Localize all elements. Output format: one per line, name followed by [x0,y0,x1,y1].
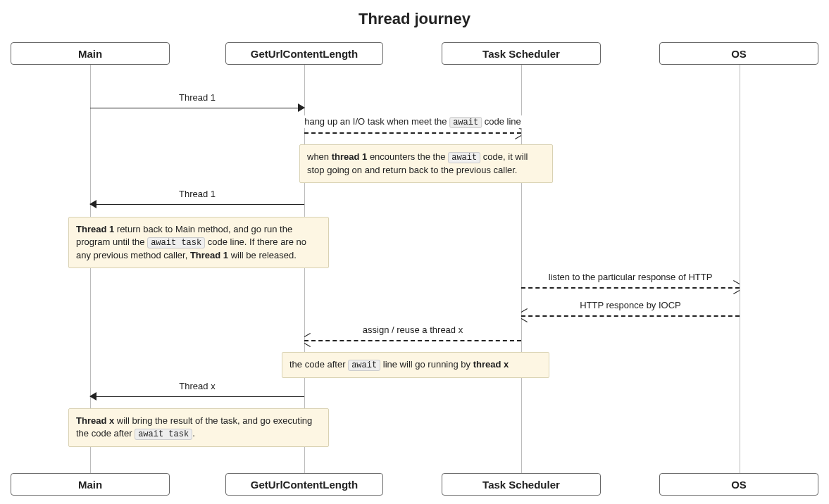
actor-scheduler-bottom: Task Scheduler [442,473,601,496]
sequence-diagram: Main GetUrlContentLength Task Scheduler … [0,35,829,500]
note-return-main: Thread 1 return back to Main method, and… [68,217,329,268]
note-await-stop: when thread 1 encounters the the await c… [299,144,553,183]
msg-label: Thread 1 [176,92,218,103]
msg-label: Thread 1 [176,188,218,200]
msg-threadx-back: Thread x [90,391,304,402]
lifeline-os [740,56,740,479]
msg-thread1-back: Thread 1 [90,199,304,210]
msg-label: assign / reuse a thread x [360,324,466,336]
msg-thread1-out: Thread 1 [90,102,304,113]
msg-label: listen to the particular response of HTT… [546,271,716,283]
actor-geturl-bottom: GetUrlContentLength [225,473,383,496]
actor-main-bottom: Main [11,473,170,496]
note-threadx-run: the code after await line will go runnin… [282,352,549,378]
msg-http-response: HTTP responce by IOCP [521,310,740,321]
note-threadx-result: Thread x will bring the result of the ta… [68,408,329,447]
msg-assign-thread: assign / reuse a thread x [304,334,521,346]
actor-scheduler-top: Task Scheduler [442,42,601,65]
msg-listen-http: listen to the particular response of HTT… [521,282,740,293]
msg-label: HTTP responce by IOCP [577,299,684,311]
diagram-title: Thread journey [0,0,829,35]
actor-geturl-top: GetUrlContentLength [225,42,383,65]
msg-label: hang up an I/O task when meet the await … [301,115,524,128]
actor-os-top: OS [659,42,818,65]
actor-main-top: Main [11,42,170,65]
msg-label: Thread x [176,380,218,392]
msg-hangup-io: hang up an I/O task when meet the await … [304,127,521,138]
actor-os-bottom: OS [659,473,818,496]
